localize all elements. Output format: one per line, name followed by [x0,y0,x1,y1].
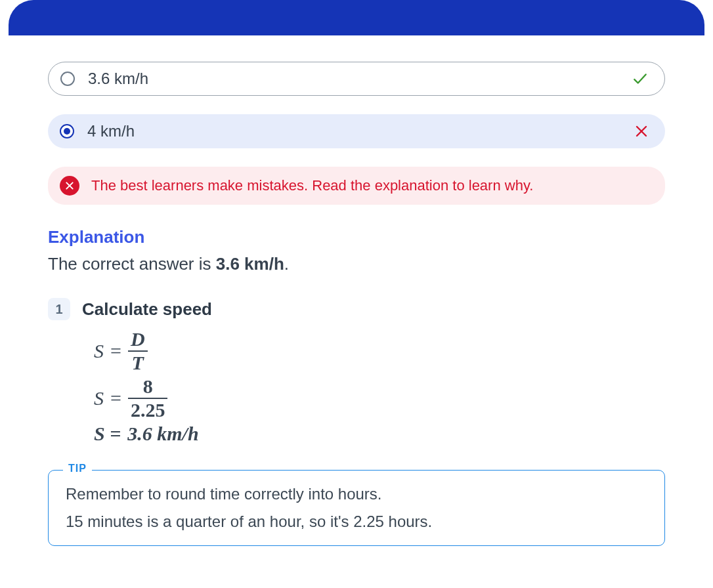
answer-option-b[interactable]: 4 km/h [48,114,665,148]
equals-2: = [110,388,121,408]
answer-option-b-label: 4 km/h [87,122,620,140]
check-icon [632,70,649,87]
tip-line-2: 15 minutes is a quarter of an hour, so i… [66,513,647,531]
fraction-bot-t: T [129,352,146,373]
card-body: 3.6 km/h 4 km/h The best learners make m… [9,35,704,572]
feedback-message: The best learners make mistakes. Read th… [91,177,533,194]
quiz-card: 3.6 km/h 4 km/h The best learners make m… [9,0,704,572]
result-prefix: S = [94,424,121,444]
answer-value: 3.6 km/h [216,254,284,274]
formula-row-2: S = 8 2.25 [94,377,665,420]
error-badge-icon [60,176,79,196]
fraction-bot-225: 2.25 [128,399,168,420]
radio-selected-icon [60,124,74,138]
answer-option-a-label: 3.6 km/h [88,70,618,88]
tip-line-1: Remember to round time correctly into ho… [66,485,647,503]
answer-option-a[interactable]: 3.6 km/h [48,62,665,96]
explanation-heading: Explanation [48,227,665,247]
math-block: S = D T S = 8 2.25 S = 3.6 km/h [94,329,665,444]
explanation-correct-answer: The correct answer is 3.6 km/h. [48,254,665,274]
step-number-badge: 1 [48,298,70,320]
feedback-banner: The best learners make mistakes. Read th… [48,167,665,205]
fraction-8-over-225: 8 2.25 [128,377,168,420]
var-s-2: S [94,388,104,408]
var-s: S [94,341,104,361]
card-header-bar [9,0,704,35]
answer-suffix: . [284,254,289,274]
x-icon [634,123,649,139]
formula-row-1: S = D T [94,329,665,373]
answer-prefix: The correct answer is [48,254,216,274]
fraction-top-d: D [128,329,148,350]
result-value: 3.6 km/h [127,424,198,444]
fraction-top-8: 8 [140,377,156,398]
tip-box: TIP Remember to round time correctly int… [48,470,665,546]
formula-row-result: S = 3.6 km/h [94,424,665,444]
step-title: Calculate speed [82,299,212,320]
tip-label: TIP [63,463,92,474]
fraction-d-over-t: D T [128,329,148,373]
equals-1: = [110,341,121,361]
explanation-step: 1 Calculate speed [48,298,665,320]
radio-unselected-icon [60,72,75,86]
